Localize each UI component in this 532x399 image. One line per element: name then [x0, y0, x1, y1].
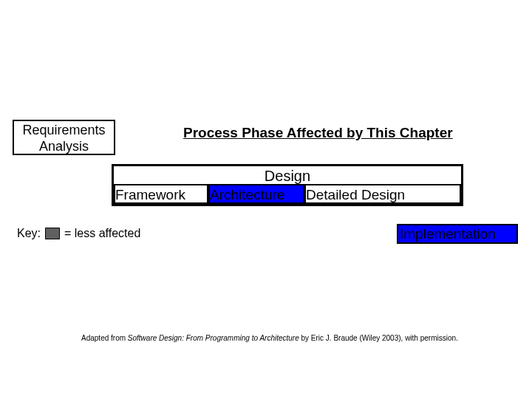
- phase-framework: Framework: [114, 184, 208, 204]
- phase-implementation: Implementation: [397, 224, 518, 244]
- attribution: Adapted from Software Design: From Progr…: [81, 334, 458, 342]
- phase-architecture: Architecture: [208, 184, 304, 204]
- chapter-title: Process Phase Affected by This Chapter: [183, 125, 453, 141]
- legend-label: Key:: [17, 227, 41, 240]
- legend-explanation: = less affected: [64, 227, 140, 240]
- attribution-book: Software Design: From Programming to Arc…: [128, 334, 299, 342]
- attribution-suffix: by Eric J. Braude (Wiley 2003), with per…: [299, 334, 458, 342]
- phase-design-subphases: Framework Architecture Detailed Design: [114, 184, 461, 204]
- attribution-prefix: Adapted from: [81, 334, 128, 342]
- phase-design-header: Design: [114, 166, 461, 185]
- legend-swatch-icon: [45, 228, 60, 239]
- legend: Key: = less affected: [17, 227, 140, 240]
- phase-design-group: Design Framework Architecture Detailed D…: [112, 164, 463, 206]
- phase-requirements: RequirementsAnalysis: [13, 120, 115, 155]
- phase-detailed-design: Detailed Design: [304, 184, 461, 204]
- phase-requirements-label: RequirementsAnalysis: [22, 123, 105, 154]
